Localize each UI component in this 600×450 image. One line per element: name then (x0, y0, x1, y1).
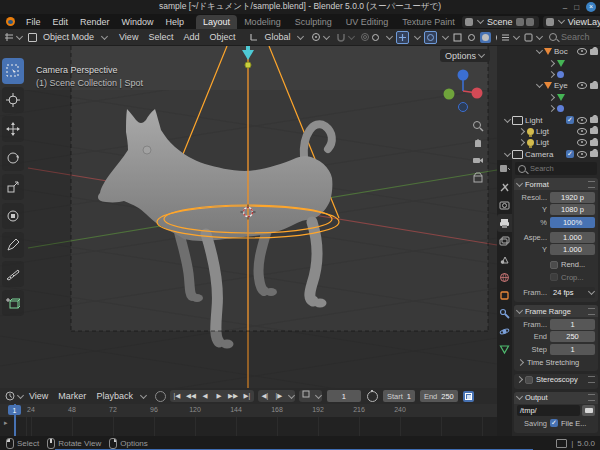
section-menu-icon[interactable] (588, 376, 595, 383)
outliner-row-camera-collection[interactable]: Camera ✓ (497, 149, 600, 160)
zoom-view-icon[interactable] (470, 118, 486, 134)
tab-layout[interactable]: Layout (196, 15, 237, 29)
menu-file[interactable]: File (20, 17, 47, 27)
properties-editor-icon[interactable] (497, 160, 512, 178)
hide-viewport-icon[interactable] (577, 128, 587, 135)
tab-texture-paint[interactable]: Texture Paint (395, 15, 458, 29)
viewlayer-selector[interactable]: ViewLayer (543, 16, 600, 28)
gizmo-y-axis[interactable] (444, 89, 455, 100)
frame-range-section-header[interactable]: Frame Range (514, 305, 598, 317)
minimize-button[interactable]: – (563, 3, 567, 12)
tool-select-box[interactable] (2, 58, 24, 84)
crop-region-checkbox[interactable] (550, 273, 558, 281)
blender-logo-icon[interactable] (6, 17, 15, 26)
tab-modifier[interactable] (497, 304, 512, 322)
tool-transform[interactable] (2, 203, 24, 229)
collection-checkbox[interactable]: ✓ (566, 150, 574, 158)
menu-window[interactable]: Window (116, 17, 160, 27)
channel-expand-icon[interactable]: ▸ (4, 419, 8, 427)
tab-sculpting[interactable]: Sculpting (288, 15, 339, 29)
menu-view[interactable]: View (114, 32, 143, 42)
frame-start-button[interactable]: Start1 (383, 390, 415, 402)
previous-frame-button[interactable]: ◀| (258, 390, 272, 402)
pin-scene-icon[interactable] (516, 18, 524, 26)
outliner-row-mesh-data[interactable] (497, 57, 600, 68)
shading-solid-icon[interactable] (480, 32, 491, 43)
orientation-dropdown[interactable]: Global (259, 32, 295, 42)
tab-physics[interactable] (497, 322, 512, 340)
outliner-row-light[interactable]: Ligt (497, 126, 600, 137)
resolution-x-field[interactable]: 1920 p (550, 192, 595, 203)
resolution-percent-slider[interactable]: 100% (550, 217, 595, 228)
next-frame-button[interactable]: |▶ (272, 390, 286, 402)
timeline-menu-playback[interactable]: Playback (91, 391, 138, 401)
playhead-frame-badge[interactable]: 1 (8, 405, 21, 415)
hide-viewport-icon[interactable] (577, 48, 587, 55)
proportional-editing-icon[interactable] (359, 32, 370, 43)
timeline-track-area[interactable]: ▸ (0, 417, 497, 436)
gizmo-negative-z[interactable] (459, 103, 468, 112)
new-scene-icon[interactable] (526, 18, 534, 26)
timeline-menu-marker[interactable]: Marker (53, 391, 91, 401)
next-keyframe-button[interactable]: ▶▶ (226, 390, 240, 402)
navigation-gizmo[interactable] (440, 68, 486, 114)
pivot-point-icon[interactable] (310, 32, 321, 43)
aspect-y-field[interactable]: 1.000 (550, 244, 595, 255)
timeline-editor-type-icon[interactable] (4, 391, 15, 402)
options-dropdown[interactable]: Options (440, 49, 490, 62)
frame-start-field[interactable]: 1 (550, 319, 595, 330)
move-view-icon[interactable] (470, 135, 486, 151)
shading-wireframe-icon[interactable] (466, 32, 477, 43)
hide-viewport-icon[interactable] (577, 151, 587, 158)
toggle-perspective-icon[interactable] (470, 169, 486, 185)
output-section-header[interactable]: Output (514, 392, 598, 404)
play-button[interactable]: ▶ (212, 390, 226, 402)
outliner-row-body[interactable]: Boc (497, 46, 600, 57)
frame-end-field[interactable]: 250 (550, 331, 595, 342)
stereoscopy-section-header[interactable]: Stereoscopy (514, 374, 598, 386)
tool-measure[interactable] (2, 261, 24, 287)
menu-help[interactable]: Help (160, 17, 191, 27)
frame-step-field[interactable]: 1 (550, 344, 595, 355)
hide-viewport-icon[interactable] (577, 82, 587, 89)
outliner-row-light-collection[interactable]: Light ✓ (497, 114, 600, 125)
collection-checkbox[interactable]: ✓ (566, 116, 574, 124)
dog-model[interactable] (98, 109, 332, 349)
viewport-3d[interactable]: Camera Perspective (1) Scene Collection … (0, 46, 497, 388)
outliner-row-material[interactable] (497, 103, 600, 114)
light-direction-handle[interactable] (246, 46, 250, 50)
browse-folder-icon[interactable] (582, 405, 595, 416)
show-gizmo-icon[interactable] (396, 31, 409, 44)
close-button[interactable]: × (586, 2, 596, 12)
viewport-canvas[interactable] (0, 46, 497, 388)
tool-scale[interactable] (2, 174, 24, 200)
jump-to-start-button[interactable]: |◀ (170, 390, 184, 402)
outliner-display-mode-icon[interactable] (500, 32, 511, 43)
disable-render-icon[interactable] (590, 49, 598, 55)
outliner-search-placeholder[interactable]: Search (561, 32, 590, 42)
keying-set-dropdown[interactable] (299, 390, 322, 402)
resolution-y-field[interactable]: 1080 p (550, 204, 595, 215)
light-origin-dot[interactable] (245, 62, 251, 68)
timeline-ruler[interactable]: 24 48 72 96 120 144 168 192 216 240 (0, 404, 497, 418)
object-visibility-icon[interactable] (370, 32, 381, 43)
render-region-checkbox[interactable] (550, 261, 558, 269)
tab-uv-editing[interactable]: UV Editing (339, 15, 396, 29)
time-stretching-header[interactable]: Time Stretching (514, 357, 598, 368)
properties-search-field[interactable]: Search (515, 162, 597, 175)
duplicate-editor-icon[interactable] (463, 391, 474, 402)
file-extensions-checkbox[interactable]: ✓ (550, 419, 558, 427)
titlebar[interactable]: sample [~/ドキュメント/sample.blend] - Blender… (0, 0, 600, 14)
tab-world[interactable] (497, 268, 512, 286)
output-path-field[interactable]: /tmp/ (517, 405, 580, 416)
show-overlays-icon[interactable] (424, 31, 437, 44)
disable-render-icon[interactable] (590, 151, 598, 157)
gizmo-z-axis[interactable] (458, 70, 469, 81)
snap-magnet-icon[interactable] (335, 32, 346, 43)
outliner-row-material[interactable] (497, 69, 600, 80)
timeline-menu-view[interactable]: View (24, 391, 53, 401)
hide-viewport-icon[interactable] (577, 139, 587, 146)
frame-rate-dropdown[interactable]: 24 fps (550, 287, 595, 298)
stereoscopy-checkbox[interactable] (525, 376, 533, 384)
section-menu-icon[interactable] (588, 308, 595, 315)
